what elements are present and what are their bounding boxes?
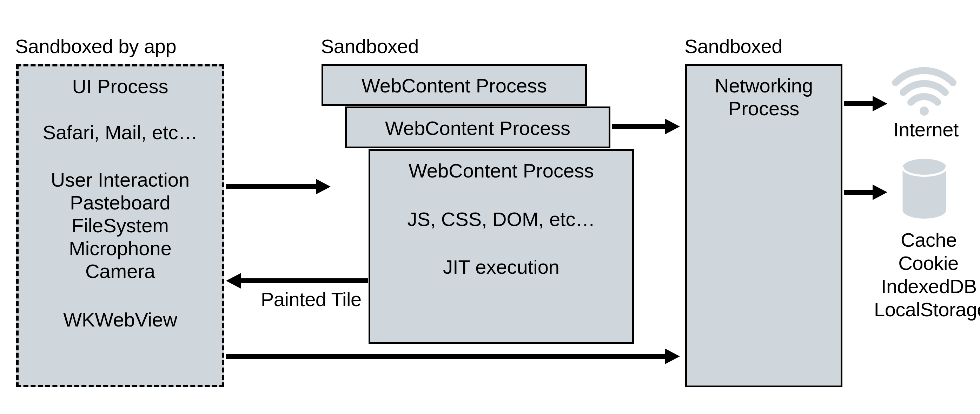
- arrow-webcontent-to-networking-head: [665, 119, 680, 134]
- ui-process-cap-4: Microphone: [19, 237, 222, 260]
- ui-process-cap-5: Camera: [19, 260, 222, 283]
- header-ui: Sandboxed by app: [15, 35, 176, 58]
- webcontent-body-2: JIT execution: [370, 256, 632, 278]
- ui-process-cap-1: User Interaction: [19, 168, 222, 191]
- webcontent-title-2: WebContent Process: [347, 117, 609, 139]
- networking-title: Networking Process: [687, 74, 841, 120]
- arrow-ui-to-webcontent-head: [316, 179, 331, 194]
- arrow-webcontent-to-ui: [239, 278, 368, 283]
- ui-process-title: UI Process: [19, 75, 222, 98]
- ui-process-apps: Safari, Mail, etc…: [19, 121, 222, 144]
- database-icon: [901, 157, 948, 220]
- webcontent-title-1: WebContent Process: [323, 74, 585, 97]
- diagram-canvas: Sandboxed by app Sandboxed Sandboxed UI …: [0, 0, 980, 414]
- arrow-networking-to-storage-head: [873, 184, 887, 200]
- webcontent-box-back: WebContent Process: [321, 64, 587, 106]
- storage-label-4: LocalStorage: [874, 298, 980, 321]
- arrow-networking-to-storage: [844, 190, 875, 195]
- ui-process-box: UI Process Safari, Mail, etc… User Inter…: [16, 64, 224, 387]
- arrow-networking-to-internet-head: [873, 96, 887, 112]
- internet-label: Internet: [893, 118, 959, 141]
- arrow-ui-to-webcontent: [226, 184, 319, 189]
- networking-box: Networking Process: [685, 64, 842, 387]
- wifi-icon: [891, 63, 958, 116]
- ui-process-cap-3: FileSystem: [19, 214, 222, 237]
- storage-label-2: Cookie: [895, 252, 962, 275]
- webcontent-box-front: WebContent Process JS, CSS, DOM, etc… JI…: [369, 149, 634, 344]
- ui-process-view: WKWebView: [19, 308, 222, 331]
- arrow-ui-to-networking-head: [665, 348, 680, 364]
- webcontent-title-3: WebContent Process: [370, 159, 632, 182]
- ui-process-cap-2: Pasteboard: [19, 191, 222, 214]
- header-net: Sandboxed: [684, 35, 783, 58]
- painted-tile-label: Painted Tile: [261, 288, 361, 311]
- arrow-ui-to-networking: [226, 354, 668, 359]
- header-web: Sandboxed: [321, 35, 419, 58]
- storage-label-3: IndexedDB: [881, 275, 976, 298]
- svg-point-0: [920, 107, 929, 116]
- arrow-webcontent-to-ui-head: [226, 273, 241, 289]
- webcontent-body-1: JS, CSS, DOM, etc…: [370, 208, 632, 230]
- arrow-networking-to-internet: [844, 101, 875, 106]
- storage-label-1: Cache: [897, 229, 960, 251]
- webcontent-box-mid: WebContent Process: [345, 107, 610, 148]
- arrow-webcontent-to-networking: [612, 124, 668, 129]
